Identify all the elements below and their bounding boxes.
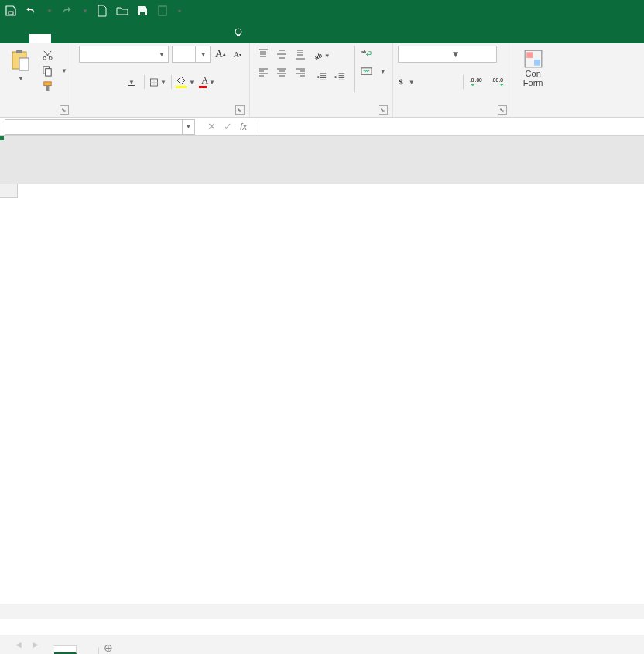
svg-text:.00: .00 [492, 77, 499, 83]
redo-icon[interactable] [60, 5, 73, 17]
brush-icon [42, 80, 53, 92]
font-size-combo[interactable]: ▼ [172, 46, 211, 63]
align-top-button[interactable] [255, 46, 272, 63]
new-file-icon[interactable] [96, 5, 108, 17]
paste-dropdown-icon[interactable]: ▼ [18, 75, 24, 82]
tab-formulas[interactable] [94, 34, 116, 43]
increase-indent-button[interactable] [332, 69, 349, 86]
align-center-button[interactable] [273, 64, 290, 81]
increase-decimal-button[interactable]: .0.00 [468, 74, 485, 91]
align-middle-button[interactable] [273, 46, 290, 63]
save-qat-icon[interactable] [5, 5, 17, 17]
format-painter-button[interactable] [40, 80, 69, 93]
save-icon[interactable] [136, 5, 149, 17]
orientation-button[interactable]: ab▼ [313, 47, 331, 64]
fx-icon[interactable]: fx [240, 122, 247, 132]
number-format-dropdown-icon[interactable]: ▼ [448, 49, 496, 60]
svg-rect-24 [526, 52, 533, 58]
copy-icon [42, 65, 53, 77]
svg-rect-11 [46, 69, 52, 76]
group-font: ▼ ▼ A▴ A▾ ▼ ▼ ▼ A▼ ⬊ [74, 43, 250, 117]
tab-help[interactable] [203, 34, 224, 43]
bold-button[interactable] [79, 74, 96, 91]
cancel-formula-icon[interactable]: ✕ [207, 121, 216, 132]
font-name-dropdown-icon[interactable]: ▼ [156, 51, 168, 58]
redo-dropdown-icon[interactable]: ▼ [82, 8, 88, 15]
select-all-corner[interactable] [0, 184, 18, 198]
font-launcher-icon[interactable]: ⬊ [235, 105, 245, 115]
decrease-indent-button[interactable] [313, 69, 331, 86]
sheet-nav-next-icon[interactable]: ► [31, 639, 40, 650]
paste-button[interactable]: ▼ [5, 46, 36, 113]
number-format-combo[interactable]: ▼ [398, 46, 497, 63]
merge-dropdown-icon[interactable]: ▼ [380, 68, 386, 75]
alignment-launcher-icon[interactable]: ⬊ [379, 105, 388, 115]
name-box[interactable]: ▼ [5, 119, 195, 135]
align-left-button[interactable] [255, 64, 272, 81]
font-color-button[interactable]: A▼ [198, 74, 215, 91]
tab-home[interactable] [29, 34, 51, 43]
sheet-nav-prev-icon[interactable]: ◄ [14, 639, 23, 650]
merge-center-button[interactable]: ▼ [359, 65, 388, 78]
number-launcher-icon[interactable]: ⬊ [498, 105, 507, 115]
grow-font-button[interactable]: A▴ [214, 46, 228, 63]
name-box-dropdown-icon[interactable]: ▼ [182, 120, 194, 134]
copy-dropdown-icon[interactable]: ▼ [61, 67, 67, 74]
align-right-button[interactable] [292, 64, 309, 81]
svg-rect-4 [237, 35, 240, 36]
tab-view[interactable] [159, 34, 181, 43]
cut-button[interactable] [40, 49, 69, 62]
comma-button[interactable] [441, 74, 458, 91]
svg-rect-2 [159, 6, 166, 15]
font-size-dropdown-icon[interactable]: ▼ [197, 51, 210, 58]
svg-text:.0: .0 [470, 77, 474, 83]
borders-icon [149, 77, 159, 88]
ribbon: ▼ ▼ ⬊ ▼ ▼ A▴ A▾ ▼ ▼ [0, 43, 644, 118]
title-bar: ▼ ▼ ▾ [0, 0, 644, 22]
tab-file[interactable] [2, 34, 29, 43]
quick-access-toolbar: ▼ ▼ ▾ [5, 5, 181, 17]
tell-me[interactable] [224, 22, 259, 43]
wrap-text-button[interactable]: ab [359, 47, 388, 60]
tab-insert[interactable] [51, 34, 73, 43]
quickprint-icon[interactable] [156, 5, 169, 17]
undo-icon[interactable] [25, 5, 37, 17]
align-bottom-button[interactable] [292, 46, 309, 63]
worksheet-grid[interactable] [0, 136, 644, 604]
tab-data[interactable] [116, 34, 138, 43]
tab-page-layout[interactable] [73, 34, 94, 43]
italic-button[interactable] [101, 74, 118, 91]
tab-review[interactable] [138, 34, 159, 43]
group-styles: ConForm [512, 43, 554, 117]
orientation-icon: ab [313, 50, 323, 62]
undo-dropdown-icon[interactable]: ▼ [46, 8, 53, 15]
copy-button[interactable]: ▼ [40, 64, 69, 77]
clipboard-launcher-icon[interactable]: ⬊ [60, 105, 69, 115]
sheet-tab-other[interactable] [77, 647, 99, 654]
svg-rect-12 [44, 82, 51, 86]
borders-button[interactable]: ▼ [149, 74, 166, 91]
currency-icon: $ [398, 77, 407, 87]
shrink-font-button[interactable]: A▾ [231, 46, 245, 63]
percent-button[interactable] [420, 74, 437, 91]
lightbulb-icon [232, 26, 245, 39]
formula-bar[interactable] [255, 119, 644, 135]
fill-color-button[interactable]: ▼ [176, 74, 194, 91]
decrease-decimal-button[interactable]: .00.0 [490, 74, 507, 91]
accounting-format-button[interactable]: $▼ [398, 74, 415, 91]
conditional-formatting-button[interactable]: ConForm [517, 46, 550, 87]
svg-rect-6 [16, 50, 22, 53]
qat-customize-icon[interactable]: ▾ [178, 8, 181, 15]
group-alignment: ab▼ ab ▼ ⬊ [250, 43, 393, 117]
sheet-tab-active[interactable] [54, 645, 77, 654]
open-file-icon[interactable] [116, 5, 128, 17]
new-sheet-button[interactable]: ⊕ [99, 642, 118, 654]
svg-text:.0: .0 [499, 77, 504, 83]
tab-developer[interactable] [181, 34, 203, 43]
svg-rect-1 [140, 12, 145, 15]
font-name-combo[interactable]: ▼ [79, 46, 169, 63]
enter-formula-icon[interactable]: ✓ [224, 121, 232, 132]
underline-button[interactable]: ▼ [122, 74, 139, 91]
fill-color-dropdown-icon: ▼ [189, 79, 195, 86]
paste-icon [9, 49, 31, 72]
